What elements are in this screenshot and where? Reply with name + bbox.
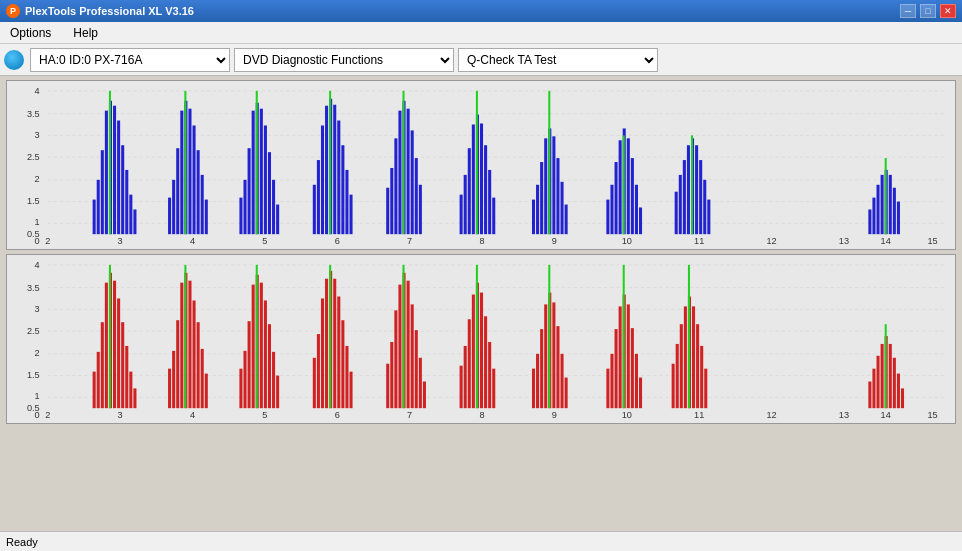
svg-rect-134: [885, 158, 887, 234]
svg-text:6: 6: [335, 236, 340, 246]
svg-text:0: 0: [35, 236, 40, 246]
svg-rect-48: [188, 109, 191, 235]
svg-rect-72: [341, 145, 344, 234]
svg-text:9: 9: [552, 410, 557, 420]
svg-rect-46: [180, 111, 183, 235]
svg-rect-270: [901, 388, 904, 408]
svg-text:4: 4: [190, 236, 195, 246]
svg-text:5: 5: [262, 236, 267, 246]
svg-rect-113: [635, 185, 638, 234]
svg-rect-172: [117, 298, 120, 408]
svg-rect-109: [619, 140, 622, 234]
test-select[interactable]: Q-Check TA Test: [458, 48, 658, 72]
svg-text:2: 2: [35, 174, 40, 184]
menu-help[interactable]: Help: [67, 24, 104, 42]
svg-rect-73: [345, 170, 348, 234]
svg-rect-181: [180, 283, 183, 409]
svg-text:10: 10: [622, 236, 632, 246]
svg-rect-190: [243, 351, 246, 408]
svg-text:1: 1: [35, 391, 40, 401]
svg-rect-207: [341, 320, 344, 408]
svg-rect-34: [105, 111, 108, 235]
svg-rect-121: [695, 145, 698, 234]
svg-rect-240: [565, 378, 568, 409]
svg-rect-65: [313, 185, 316, 234]
svg-rect-167: [97, 352, 100, 408]
svg-rect-53: [184, 91, 186, 234]
svg-rect-54: [239, 198, 242, 235]
svg-rect-91: [480, 123, 483, 234]
svg-rect-98: [540, 162, 543, 234]
svg-rect-171: [113, 281, 116, 408]
svg-rect-63: [276, 205, 279, 235]
svg-text:3: 3: [118, 410, 123, 420]
svg-rect-179: [172, 351, 175, 408]
svg-rect-225: [472, 295, 475, 409]
svg-rect-228: [484, 316, 487, 408]
menu-bar: Options Help: [0, 22, 962, 44]
svg-rect-68: [325, 106, 328, 234]
svg-rect-267: [889, 344, 892, 408]
device-select[interactable]: HA:0 ID:0 PX-716A: [30, 48, 230, 72]
svg-rect-205: [333, 279, 336, 408]
svg-rect-203: [325, 279, 328, 408]
svg-rect-261: [688, 265, 690, 408]
minimize-button[interactable]: ─: [900, 4, 916, 18]
svg-rect-119: [687, 145, 690, 234]
svg-text:3: 3: [35, 304, 40, 314]
svg-rect-257: [692, 306, 695, 408]
device-icon: [4, 50, 24, 70]
svg-text:3: 3: [118, 236, 123, 246]
svg-rect-77: [390, 168, 393, 234]
svg-text:4: 4: [35, 86, 40, 96]
svg-text:6: 6: [335, 410, 340, 420]
close-button[interactable]: ✕: [940, 4, 956, 18]
svg-text:7: 7: [407, 410, 412, 420]
svg-text:4: 4: [190, 410, 195, 420]
svg-rect-64: [256, 91, 258, 234]
svg-text:13: 13: [839, 236, 849, 246]
svg-rect-116: [675, 192, 678, 234]
svg-rect-242: [606, 369, 609, 409]
svg-rect-237: [552, 302, 555, 408]
svg-rect-210: [329, 265, 331, 408]
svg-rect-194: [260, 283, 263, 409]
svg-rect-177: [109, 265, 111, 408]
svg-rect-70: [333, 105, 336, 234]
svg-rect-188: [184, 265, 186, 408]
svg-rect-216: [407, 281, 410, 408]
svg-rect-219: [419, 358, 422, 408]
svg-rect-81: [407, 109, 410, 235]
svg-rect-104: [565, 205, 568, 235]
svg-rect-41: [133, 209, 136, 234]
title-bar: P PlexTools Professional XL V3.16 ─ □ ✕: [0, 0, 962, 22]
svg-rect-211: [386, 364, 389, 408]
svg-rect-255: [684, 306, 687, 408]
svg-rect-263: [872, 369, 875, 409]
svg-rect-209: [350, 372, 353, 409]
maximize-button[interactable]: □: [920, 4, 936, 18]
svg-rect-112: [631, 158, 634, 234]
svg-rect-232: [532, 369, 535, 409]
svg-rect-213: [394, 310, 397, 408]
function-select[interactable]: DVD Diagnostic Functions: [234, 48, 454, 72]
svg-text:2.5: 2.5: [27, 326, 40, 336]
svg-rect-71: [337, 121, 340, 235]
svg-rect-192: [252, 285, 255, 409]
svg-rect-176: [133, 388, 136, 408]
svg-rect-126: [868, 209, 871, 234]
svg-rect-221: [403, 265, 405, 408]
svg-rect-249: [635, 354, 638, 408]
svg-rect-103: [561, 182, 564, 234]
svg-rect-96: [532, 200, 535, 235]
bottom-chart-svg: 4 3.5 3 2.5 2 1.5 1 0.5 0 2 3 4 5 6 7 8 …: [7, 255, 955, 423]
svg-rect-185: [197, 322, 200, 408]
svg-rect-33: [101, 150, 104, 234]
svg-rect-92: [484, 145, 487, 234]
svg-rect-83: [415, 158, 418, 234]
svg-rect-37: [117, 121, 120, 235]
svg-rect-38: [121, 145, 124, 234]
svg-rect-222: [460, 366, 463, 408]
menu-options[interactable]: Options: [4, 24, 57, 42]
svg-rect-108: [615, 162, 618, 234]
